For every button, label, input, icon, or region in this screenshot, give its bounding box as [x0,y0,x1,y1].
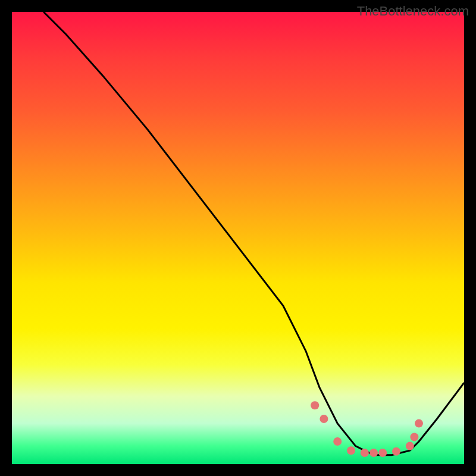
curve-line [43,12,464,455]
marker-dot [361,449,369,457]
watermark-text: TheBottleneck.com [357,4,469,19]
marker-dot [311,401,319,409]
marker-dot [415,419,423,428]
marker-group [311,401,423,457]
marker-dot [392,447,400,456]
marker-dot [347,446,355,455]
plot-area [12,12,464,464]
marker-dot [378,449,387,457]
chart-svg [12,12,464,464]
marker-dot [410,433,418,441]
marker-dot [333,437,342,446]
marker-dot [320,415,328,423]
marker-dot [369,449,378,457]
marker-dot [406,442,414,450]
